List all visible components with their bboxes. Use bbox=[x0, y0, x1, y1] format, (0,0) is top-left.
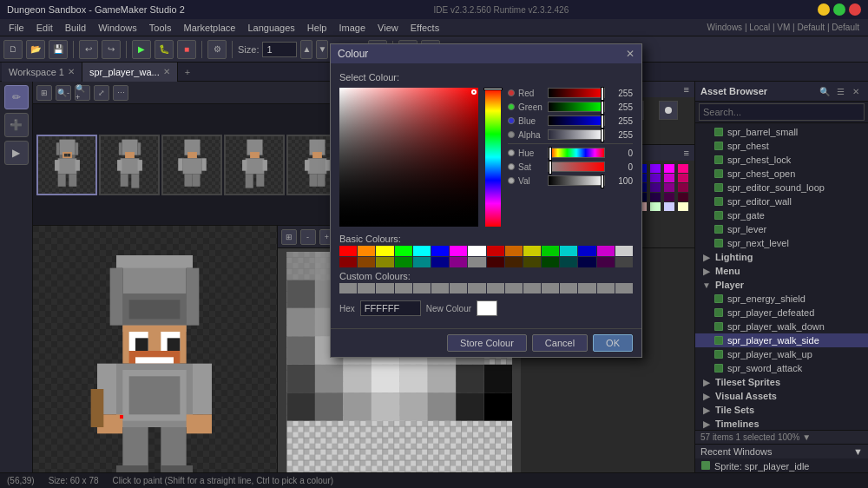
asset-folder-item[interactable]: ▼Player bbox=[695, 278, 868, 292]
basic-colour-cell[interactable] bbox=[450, 257, 467, 267]
basic-colour-cell[interactable] bbox=[578, 246, 595, 256]
colours-menu-icon[interactable]: ≡ bbox=[684, 148, 689, 158]
left-canvas-pane[interactable]: ⊞ - + ⤢ ⋯ bbox=[33, 226, 278, 488]
frame-3[interactable] bbox=[224, 135, 285, 195]
settings-icon[interactable]: ⚙ bbox=[207, 40, 227, 59]
menu-marketplace[interactable]: Marketplace bbox=[178, 23, 240, 33]
basic-colour-cell[interactable] bbox=[487, 257, 504, 267]
asset-sprite-item[interactable]: spr_sword_attack bbox=[695, 361, 868, 375]
new-colour-preview[interactable] bbox=[477, 300, 497, 316]
colour-dialog-titlebar[interactable]: Colour ✕ bbox=[331, 44, 641, 63]
basic-colour-cell[interactable] bbox=[413, 246, 431, 256]
asset-sprite-item[interactable]: spr_player_defeated bbox=[695, 306, 868, 320]
ok-button[interactable]: OK bbox=[593, 334, 633, 352]
basic-colour-cell[interactable] bbox=[523, 246, 541, 256]
basic-colour-cell[interactable] bbox=[395, 246, 412, 256]
hue-bar[interactable] bbox=[485, 88, 501, 227]
asset-sprite-item[interactable]: spr_chest bbox=[695, 139, 868, 153]
asset-sprite-item[interactable]: spr_player_walk_up bbox=[695, 347, 868, 361]
colour-cell[interactable] bbox=[650, 202, 661, 211]
menu-windows[interactable]: Windows bbox=[93, 23, 142, 33]
menu-effects[interactable]: Effects bbox=[405, 23, 444, 33]
asset-folder-item[interactable]: ▶Menu bbox=[695, 264, 868, 278]
asset-folder-item[interactable]: ▶Visual Assets bbox=[695, 389, 868, 403]
basic-colour-cell[interactable] bbox=[542, 246, 559, 256]
green-slider[interactable] bbox=[548, 102, 605, 112]
redo-icon[interactable]: ↪ bbox=[102, 40, 121, 59]
asset-sprite-item[interactable]: spr_editor_wall bbox=[695, 195, 868, 208]
alpha-slider[interactable] bbox=[548, 129, 605, 140]
asset-sprite-item[interactable]: spr_editor_sound_loop bbox=[695, 181, 868, 195]
stop-icon[interactable]: ■ bbox=[177, 40, 196, 59]
frames-extra[interactable]: ⋯ bbox=[113, 85, 128, 101]
save-icon[interactable]: 💾 bbox=[49, 40, 68, 59]
frame-1[interactable] bbox=[99, 135, 160, 195]
frames-zoom-out[interactable]: 🔍- bbox=[56, 85, 71, 101]
frame-2[interactable] bbox=[161, 135, 222, 195]
size-input[interactable] bbox=[262, 42, 297, 57]
custom-colour-cell[interactable] bbox=[395, 283, 412, 293]
blue-slider[interactable] bbox=[548, 115, 605, 126]
basic-colour-cell[interactable] bbox=[615, 246, 633, 256]
basic-colour-cell[interactable] bbox=[431, 257, 449, 267]
custom-colour-cell[interactable] bbox=[468, 283, 485, 293]
menu-tools[interactable]: Tools bbox=[144, 23, 177, 33]
close-button[interactable] bbox=[849, 3, 861, 16]
custom-colour-cell[interactable] bbox=[578, 283, 595, 293]
colour-cell[interactable] bbox=[650, 193, 661, 201]
colour-cell[interactable] bbox=[678, 174, 688, 182]
basic-colour-cell[interactable] bbox=[376, 257, 393, 267]
right-grid-icon[interactable]: ⊞ bbox=[281, 229, 297, 245]
custom-colour-cell[interactable] bbox=[487, 283, 504, 293]
asset-sprite-item[interactable]: spr_player_walk_side bbox=[695, 333, 868, 347]
basic-colour-cell[interactable] bbox=[597, 246, 615, 256]
menu-edit[interactable]: Edit bbox=[31, 23, 58, 33]
menu-file[interactable]: File bbox=[3, 23, 30, 33]
custom-colour-cell[interactable] bbox=[542, 283, 559, 293]
asset-folder-item[interactable]: ▶Lighting bbox=[695, 250, 868, 264]
undo-icon[interactable]: ↩ bbox=[79, 40, 98, 59]
colour-cell[interactable] bbox=[664, 193, 674, 201]
ab-filter-icon[interactable]: ☰ bbox=[833, 84, 847, 98]
colour-cell[interactable] bbox=[678, 202, 688, 211]
basic-colour-cell[interactable] bbox=[487, 246, 504, 256]
add-frame-tool[interactable]: ➕ bbox=[4, 113, 29, 137]
asset-folder-item[interactable]: ▶Timelines bbox=[695, 417, 868, 430]
custom-colour-cell[interactable] bbox=[560, 283, 577, 293]
basic-colour-cell[interactable] bbox=[468, 257, 485, 267]
basic-colour-cell[interactable] bbox=[560, 246, 577, 256]
new-file-icon[interactable]: 🗋 bbox=[3, 40, 23, 59]
size-down-icon[interactable]: ▼ bbox=[316, 40, 328, 59]
brush-dot3[interactable] bbox=[659, 101, 678, 120]
custom-colour-cell[interactable] bbox=[431, 283, 449, 293]
basic-colour-cell[interactable] bbox=[542, 257, 559, 267]
menu-view[interactable]: View bbox=[372, 23, 404, 33]
run-icon[interactable]: ▶ bbox=[132, 40, 151, 59]
maximize-button[interactable] bbox=[833, 3, 845, 16]
colour-gradient-picker[interactable] bbox=[339, 88, 478, 227]
colour-cell[interactable] bbox=[664, 183, 674, 192]
asset-folder-item[interactable]: ▶Tileset Sprites bbox=[695, 375, 868, 389]
basic-colour-cell[interactable] bbox=[339, 246, 357, 256]
colour-cell[interactable] bbox=[678, 193, 688, 201]
colour-cell[interactable] bbox=[678, 164, 688, 173]
red-slider[interactable] bbox=[548, 88, 605, 98]
asset-sprite-item[interactable]: spr_next_level bbox=[695, 236, 868, 250]
colour-cell[interactable] bbox=[664, 202, 674, 211]
sat-slider[interactable] bbox=[548, 162, 605, 172]
new-tab-button[interactable]: + bbox=[178, 67, 197, 77]
brushes-menu-icon[interactable]: ≡ bbox=[684, 84, 689, 95]
custom-colour-cell[interactable] bbox=[615, 283, 633, 293]
sprite-tab-close[interactable]: ✕ bbox=[163, 67, 170, 76]
asset-sprite-item[interactable]: spr_chest_open bbox=[695, 167, 868, 181]
colour-cell[interactable] bbox=[650, 174, 661, 182]
menu-languages[interactable]: Languages bbox=[242, 23, 299, 33]
play-tool[interactable]: ▶ bbox=[4, 141, 29, 165]
asset-sprite-item[interactable]: spr_energy_shield bbox=[695, 292, 868, 306]
basic-colour-cell[interactable] bbox=[450, 246, 467, 256]
custom-colour-cell[interactable] bbox=[505, 283, 523, 293]
basic-colour-cell[interactable] bbox=[358, 257, 375, 267]
colour-cell[interactable] bbox=[678, 183, 688, 192]
frames-fit[interactable]: ⤢ bbox=[94, 85, 109, 101]
custom-colour-cell[interactable] bbox=[450, 283, 467, 293]
